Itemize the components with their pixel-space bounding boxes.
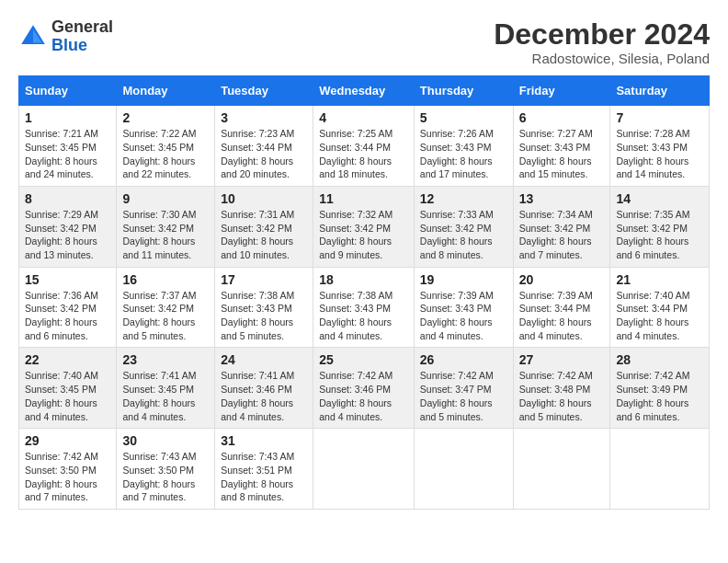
table-cell: 2 Sunrise: 7:22 AMSunset: 3:45 PMDayligh… (117, 106, 215, 187)
day-info: Sunrise: 7:21 AMSunset: 3:45 PMDaylight:… (25, 127, 110, 181)
day-info: Sunrise: 7:40 AMSunset: 3:45 PMDaylight:… (25, 369, 110, 423)
col-friday: Friday (513, 76, 610, 106)
day-info: Sunrise: 7:31 AMSunset: 3:42 PMDaylight:… (221, 208, 307, 262)
day-number: 12 (420, 191, 507, 206)
day-info: Sunrise: 7:41 AMSunset: 3:46 PMDaylight:… (221, 369, 307, 423)
day-info: Sunrise: 7:40 AMSunset: 3:44 PMDaylight:… (616, 289, 703, 343)
col-monday: Monday (117, 76, 215, 106)
day-number: 6 (519, 110, 605, 125)
table-cell: 6 Sunrise: 7:27 AMSunset: 3:43 PMDayligh… (513, 106, 610, 187)
month-year-title: December 2024 (494, 18, 710, 51)
page-header: General Blue December 2024 Radostowice, … (18, 18, 710, 66)
day-info: Sunrise: 7:29 AMSunset: 3:42 PMDaylight:… (25, 208, 110, 262)
svg-marker-1 (33, 29, 42, 42)
day-number: 16 (122, 272, 209, 287)
col-wednesday: Wednesday (313, 76, 415, 106)
day-number: 24 (221, 352, 307, 367)
day-info: Sunrise: 7:43 AMSunset: 3:51 PMDaylight:… (221, 450, 307, 504)
table-cell: 12 Sunrise: 7:33 AMSunset: 3:42 PMDaylig… (414, 186, 513, 267)
table-cell: 16 Sunrise: 7:37 AMSunset: 3:42 PMDaylig… (117, 267, 215, 348)
table-cell: 11 Sunrise: 7:32 AMSunset: 3:42 PMDaylig… (313, 186, 415, 267)
table-cell: 19 Sunrise: 7:39 AMSunset: 3:43 PMDaylig… (414, 267, 513, 348)
day-info: Sunrise: 7:33 AMSunset: 3:42 PMDaylight:… (420, 208, 507, 262)
day-number: 2 (122, 110, 209, 125)
table-cell: 27 Sunrise: 7:42 AMSunset: 3:48 PMDaylig… (513, 348, 610, 429)
day-number: 20 (519, 272, 605, 287)
day-info: Sunrise: 7:38 AMSunset: 3:43 PMDaylight:… (221, 289, 307, 343)
day-info: Sunrise: 7:22 AMSunset: 3:45 PMDaylight:… (122, 127, 209, 181)
day-number: 10 (221, 191, 307, 206)
col-tuesday: Tuesday (215, 76, 313, 106)
day-info: Sunrise: 7:35 AMSunset: 3:42 PMDaylight:… (616, 208, 703, 262)
day-number: 18 (319, 272, 408, 287)
day-info: Sunrise: 7:42 AMSunset: 3:48 PMDaylight:… (519, 369, 605, 423)
day-number: 11 (319, 191, 408, 206)
day-info: Sunrise: 7:23 AMSunset: 3:44 PMDaylight:… (221, 127, 307, 181)
table-cell (513, 429, 610, 510)
day-info: Sunrise: 7:30 AMSunset: 3:42 PMDaylight:… (122, 208, 209, 262)
table-cell (610, 429, 710, 510)
day-number: 29 (25, 433, 110, 448)
day-info: Sunrise: 7:36 AMSunset: 3:42 PMDaylight:… (25, 289, 110, 343)
logo-blue-text: Blue (51, 37, 113, 55)
table-cell: 5 Sunrise: 7:26 AMSunset: 3:43 PMDayligh… (414, 106, 513, 187)
location-subtitle: Radostowice, Silesia, Poland (494, 51, 710, 66)
table-cell: 3 Sunrise: 7:23 AMSunset: 3:44 PMDayligh… (215, 106, 313, 187)
day-number: 13 (519, 191, 605, 206)
table-cell: 1 Sunrise: 7:21 AMSunset: 3:45 PMDayligh… (19, 106, 117, 187)
day-info: Sunrise: 7:25 AMSunset: 3:44 PMDaylight:… (319, 127, 408, 181)
day-number: 17 (221, 272, 307, 287)
day-number: 30 (122, 433, 209, 448)
day-info: Sunrise: 7:32 AMSunset: 3:42 PMDaylight:… (319, 208, 408, 262)
table-cell: 29 Sunrise: 7:42 AMSunset: 3:50 PMDaylig… (19, 429, 117, 510)
col-sunday: Sunday (19, 76, 117, 106)
day-number: 8 (25, 191, 110, 206)
day-number: 21 (616, 272, 703, 287)
calendar-week-4: 22 Sunrise: 7:40 AMSunset: 3:45 PMDaylig… (19, 348, 710, 429)
table-cell: 17 Sunrise: 7:38 AMSunset: 3:43 PMDaylig… (215, 267, 313, 348)
day-number: 19 (420, 272, 507, 287)
day-number: 23 (122, 352, 209, 367)
table-cell: 20 Sunrise: 7:39 AMSunset: 3:44 PMDaylig… (513, 267, 610, 348)
day-info: Sunrise: 7:34 AMSunset: 3:42 PMDaylight:… (519, 208, 605, 262)
day-info: Sunrise: 7:41 AMSunset: 3:45 PMDaylight:… (122, 369, 209, 423)
calendar-header-row: Sunday Monday Tuesday Wednesday Thursday… (19, 76, 710, 106)
day-number: 22 (25, 352, 110, 367)
table-cell: 24 Sunrise: 7:41 AMSunset: 3:46 PMDaylig… (215, 348, 313, 429)
table-cell: 13 Sunrise: 7:34 AMSunset: 3:42 PMDaylig… (513, 186, 610, 267)
day-info: Sunrise: 7:27 AMSunset: 3:43 PMDaylight:… (519, 127, 605, 181)
day-info: Sunrise: 7:28 AMSunset: 3:43 PMDaylight:… (616, 127, 703, 181)
table-cell: 4 Sunrise: 7:25 AMSunset: 3:44 PMDayligh… (313, 106, 415, 187)
day-number: 31 (221, 433, 307, 448)
title-block: December 2024 Radostowice, Silesia, Pola… (494, 18, 710, 66)
day-info: Sunrise: 7:26 AMSunset: 3:43 PMDaylight:… (420, 127, 507, 181)
day-number: 4 (319, 110, 408, 125)
day-number: 1 (25, 110, 110, 125)
logo: General Blue (18, 18, 113, 55)
day-info: Sunrise: 7:42 AMSunset: 3:50 PMDaylight:… (25, 450, 110, 504)
table-cell: 9 Sunrise: 7:30 AMSunset: 3:42 PMDayligh… (117, 186, 215, 267)
day-info: Sunrise: 7:38 AMSunset: 3:43 PMDaylight:… (319, 289, 408, 343)
table-cell: 26 Sunrise: 7:42 AMSunset: 3:47 PMDaylig… (414, 348, 513, 429)
table-cell: 23 Sunrise: 7:41 AMSunset: 3:45 PMDaylig… (117, 348, 215, 429)
day-number: 26 (420, 352, 507, 367)
logo-icon (18, 22, 48, 52)
day-info: Sunrise: 7:42 AMSunset: 3:49 PMDaylight:… (616, 369, 703, 423)
day-number: 3 (221, 110, 307, 125)
day-info: Sunrise: 7:42 AMSunset: 3:46 PMDaylight:… (319, 369, 408, 423)
calendar-table: Sunday Monday Tuesday Wednesday Thursday… (18, 75, 710, 510)
table-cell: 28 Sunrise: 7:42 AMSunset: 3:49 PMDaylig… (610, 348, 710, 429)
day-number: 14 (616, 191, 703, 206)
calendar-week-5: 29 Sunrise: 7:42 AMSunset: 3:50 PMDaylig… (19, 429, 710, 510)
day-info: Sunrise: 7:39 AMSunset: 3:44 PMDaylight:… (519, 289, 605, 343)
table-cell: 30 Sunrise: 7:43 AMSunset: 3:50 PMDaylig… (117, 429, 215, 510)
day-number: 28 (616, 352, 703, 367)
day-number: 27 (519, 352, 605, 367)
table-cell (414, 429, 513, 510)
day-info: Sunrise: 7:43 AMSunset: 3:50 PMDaylight:… (122, 450, 209, 504)
calendar-week-2: 8 Sunrise: 7:29 AMSunset: 3:42 PMDayligh… (19, 186, 710, 267)
table-cell: 10 Sunrise: 7:31 AMSunset: 3:42 PMDaylig… (215, 186, 313, 267)
day-info: Sunrise: 7:42 AMSunset: 3:47 PMDaylight:… (420, 369, 507, 423)
col-thursday: Thursday (414, 76, 513, 106)
logo-general-text: General (51, 18, 113, 37)
